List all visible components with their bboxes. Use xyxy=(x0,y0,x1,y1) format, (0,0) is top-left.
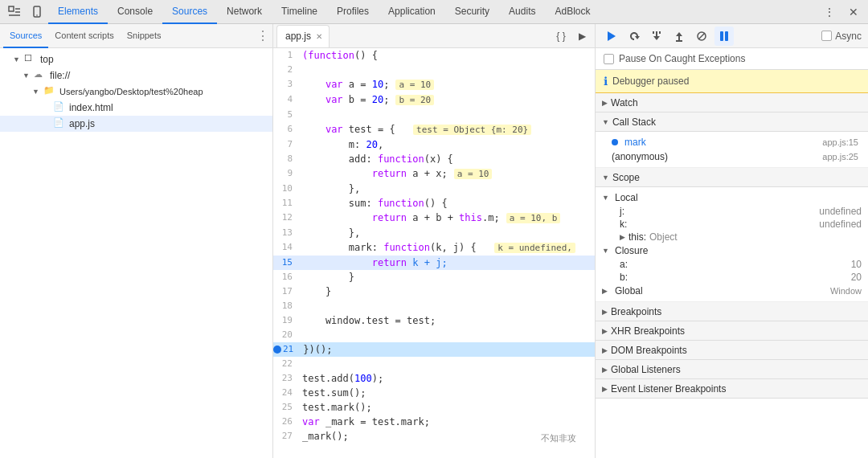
code-line-9: 9 return a + x;a = 10 xyxy=(273,166,595,182)
call-stack-section-header[interactable]: ▼ Call Stack xyxy=(596,112,868,132)
call-stack-item-mark[interactable]: mark app.js:15 xyxy=(596,135,868,149)
code-line-3: 3 var a = 10;a = 10 xyxy=(273,77,595,92)
tree-item-path[interactable]: ▼ 📁 Users/yangbo/Desktop/test%20heap xyxy=(0,84,272,100)
step-over-button[interactable] xyxy=(624,27,644,46)
debugger-panel: Async Pause On Caught Exceptions ℹ Debug… xyxy=(595,24,868,458)
xhr-arrow-icon: ▶ xyxy=(602,327,608,335)
code-line-8: 8 add: function(x) { xyxy=(273,152,595,166)
step-into-button[interactable] xyxy=(647,27,666,46)
event-listener-breakpoints-section-header[interactable]: ▶ Event Listener Breakpoints xyxy=(596,379,868,399)
tab-console[interactable]: Console xyxy=(108,0,162,24)
tree-arrow-file: ▼ xyxy=(23,72,32,80)
file-tree: ▼ ☐ top ▼ ☁ file:// ▼ 📁 Users/yangbo/Des… xyxy=(0,48,272,458)
sidebar-tab-content-scripts[interactable]: Content scripts xyxy=(48,24,120,48)
scope-var-this[interactable]: ▶ this: Object xyxy=(596,231,868,243)
svg-point-5 xyxy=(36,14,38,16)
sidebar-more-icon[interactable]: ⋮ xyxy=(256,28,269,43)
tab-security[interactable]: Security xyxy=(445,0,499,24)
devtools-tab-bar: Elements Console Sources Network Timelin… xyxy=(0,0,868,24)
pause-on-exceptions-button[interactable] xyxy=(714,27,734,46)
scope-local-header[interactable]: ▼ Local xyxy=(596,190,868,205)
scope-section-header[interactable]: ▼ Scope xyxy=(596,168,868,187)
tree-item-app-js[interactable]: ▶ 📄 app.js xyxy=(0,116,272,132)
code-line-6: 6 var test = { test = Object {m: 20} xyxy=(273,122,595,137)
xhr-breakpoints-section-header[interactable]: ▶ XHR Breakpoints xyxy=(596,321,868,341)
scope-global-label-text: Global xyxy=(615,285,643,296)
code-line-11: 11 sum: function() { xyxy=(273,196,595,211)
debugger-sections: ▶ Watch ▼ Call Stack mark app.js:15 xyxy=(596,93,868,458)
mobile-icon[interactable] xyxy=(26,1,48,23)
step-out-button[interactable] xyxy=(669,27,689,46)
dom-arrow-icon: ▶ xyxy=(602,346,608,354)
navigate-icon[interactable]: ▶ xyxy=(572,27,592,46)
scope-var-k: k: undefined xyxy=(596,218,868,231)
svg-marker-6 xyxy=(608,31,616,41)
global-listeners-label: Global Listeners xyxy=(611,364,681,375)
tree-item-file-scheme[interactable]: ▼ ☁ file:// xyxy=(0,67,272,84)
svg-line-16 xyxy=(698,33,705,39)
code-editor: app.js ✕ { } ▶ 1 (function() { 2 xyxy=(273,24,595,458)
tab-adblock[interactable]: AdBlock xyxy=(545,0,600,24)
closure-arrow-icon: ▼ xyxy=(602,247,612,255)
code-line-14: 14 mark: function(k, j) { k = undefined, xyxy=(273,240,595,256)
tab-elements[interactable]: Elements xyxy=(48,0,108,24)
settings-icon[interactable]: ⋮ xyxy=(818,1,841,23)
scope-label: Scope xyxy=(612,172,640,183)
code-line-1: 1 (function() { xyxy=(273,48,595,63)
code-line-18: 18 xyxy=(273,299,595,313)
watch-section-header[interactable]: ▶ Watch xyxy=(596,93,868,112)
scope-content: ▼ Local j: undefined k: undefined ▶ this… xyxy=(596,187,868,302)
async-checkbox[interactable] xyxy=(821,31,832,41)
cloud-icon: ☁ xyxy=(34,69,47,82)
global-listeners-section-header[interactable]: ▶ Global Listeners xyxy=(596,360,868,379)
debugger-paused-banner: ℹ Debugger paused xyxy=(596,70,868,93)
inspect-icon[interactable] xyxy=(3,1,26,23)
svg-rect-18 xyxy=(725,31,728,41)
close-tab-icon[interactable]: ✕ xyxy=(316,32,322,41)
tab-sources[interactable]: Sources xyxy=(162,0,217,24)
xhr-breakpoints-label: XHR Breakpoints xyxy=(611,325,685,337)
call-stack-item-anonymous[interactable]: (anonymous) app.js:25 xyxy=(596,149,868,164)
code-line-25: 25 test.mark(); xyxy=(273,400,595,415)
tab-timeline[interactable]: Timeline xyxy=(272,0,327,24)
deactivate-breakpoints-button[interactable] xyxy=(692,27,711,46)
watch-label: Watch xyxy=(611,97,638,108)
tab-application[interactable]: Application xyxy=(379,0,445,24)
sidebar-tab-snippets[interactable]: Snippets xyxy=(121,24,168,48)
breakpoints-section-header[interactable]: ▶ Breakpoints xyxy=(596,302,868,321)
async-toggle: Async xyxy=(821,31,862,42)
format-icon[interactable]: { } xyxy=(551,27,571,46)
code-line-12: 12 return a + b + this.m;a = 10, b xyxy=(273,211,595,226)
dom-breakpoints-section-header[interactable]: ▶ DOM Breakpoints xyxy=(596,341,868,360)
tree-item-top[interactable]: ▼ ☐ top xyxy=(0,51,272,67)
tree-item-index-html[interactable]: ▶ 📄 index.html xyxy=(0,100,272,116)
scope-closure-label-text: Closure xyxy=(615,245,648,256)
close-devtools-icon[interactable]: ✕ xyxy=(842,1,865,23)
tab-profiles[interactable]: Profiles xyxy=(327,0,379,24)
pause-exceptions-label: Pause On Caught Exceptions xyxy=(619,53,745,64)
sidebar-tab-sources[interactable]: Sources xyxy=(3,24,48,48)
code-line-10: 10 }, xyxy=(273,182,595,196)
editor-tab-appjs[interactable]: app.js ✕ xyxy=(276,25,330,47)
event-listener-breakpoints-label: Event Listener Breakpoints xyxy=(611,383,726,395)
editor-toolbar-end: { } ▶ xyxy=(551,27,592,46)
scope-global-header[interactable]: ▶ Global Window xyxy=(596,284,868,298)
scope-arrow-icon: ▼ xyxy=(602,174,609,182)
call-stack-content: mark app.js:15 (anonymous) app.js:25 xyxy=(596,132,868,168)
scope-closure-header[interactable]: ▼ Closure xyxy=(596,243,868,258)
resume-button[interactable] xyxy=(602,27,621,46)
scope-closure-b: b: 20 xyxy=(596,271,868,284)
tab-audits[interactable]: Audits xyxy=(499,0,545,24)
code-content[interactable]: 1 (function() { 2 3 var a = 10;a = 10 4 xyxy=(273,48,595,458)
debugger-paused-text: Debugger paused xyxy=(612,76,689,87)
dom-breakpoints-label: DOM Breakpoints xyxy=(611,345,687,356)
global-arrow-icon: ▶ xyxy=(602,287,612,295)
tab-network[interactable]: Network xyxy=(217,0,272,24)
debug-toolbar: Async xyxy=(596,24,868,48)
pause-exceptions-checkbox[interactable] xyxy=(604,54,614,64)
svg-rect-17 xyxy=(720,31,723,41)
call-stack-anon-name: (anonymous) xyxy=(612,151,668,162)
this-arrow-icon: ▶ xyxy=(620,233,625,241)
js-file-icon: 📄 xyxy=(53,117,66,130)
tree-arrow-top: ▼ xyxy=(13,55,23,63)
